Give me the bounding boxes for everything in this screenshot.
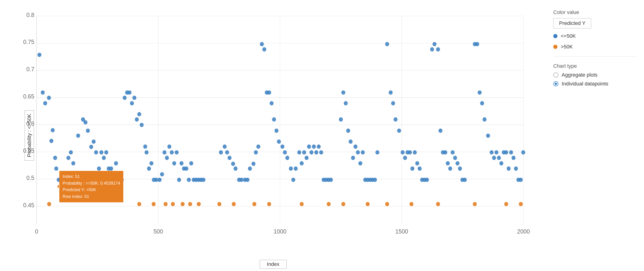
- svg-point-108: [270, 101, 274, 105]
- svg-point-76: [170, 150, 174, 154]
- svg-point-211: [327, 202, 330, 206]
- svg-point-77: [172, 161, 176, 165]
- svg-point-167: [438, 129, 442, 133]
- svg-point-216: [436, 202, 440, 206]
- svg-point-213: [366, 202, 370, 206]
- svg-point-38: [66, 156, 70, 160]
- chart-type-individual[interactable]: Individual datapoints: [553, 81, 637, 87]
- chart-type-title: Chart type: [553, 63, 637, 69]
- svg-point-115: [289, 166, 293, 171]
- svg-text:0.5: 0.5: [26, 174, 34, 181]
- svg-point-212: [341, 202, 345, 206]
- svg-point-169: [444, 150, 448, 154]
- svg-point-199: [137, 202, 141, 206]
- svg-point-146: [373, 178, 377, 182]
- svg-point-170: [446, 161, 450, 165]
- svg-point-136: [348, 139, 352, 144]
- x-axis-label: Index: [260, 260, 287, 269]
- legend-divider: [553, 56, 637, 57]
- svg-point-118: [297, 150, 301, 154]
- svg-point-190: [504, 150, 508, 154]
- svg-point-79: [177, 178, 181, 182]
- svg-point-48: [97, 166, 101, 171]
- svg-point-104: [260, 42, 264, 46]
- svg-point-90: [219, 150, 223, 154]
- svg-point-56: [120, 178, 124, 182]
- svg-point-43: [84, 120, 88, 124]
- svg-point-57: [122, 96, 126, 100]
- svg-point-172: [451, 150, 454, 154]
- chart-type-individual-label: Individual datapoints: [562, 81, 608, 87]
- svg-point-89: [202, 178, 206, 182]
- svg-point-200: [152, 202, 156, 206]
- svg-point-177: [463, 178, 467, 182]
- legend-label-leq50k: <=50K: [561, 33, 576, 39]
- svg-point-54: [112, 178, 116, 182]
- svg-point-72: [160, 172, 164, 176]
- svg-point-109: [272, 117, 276, 122]
- svg-point-127: [319, 150, 323, 154]
- svg-point-102: [254, 150, 258, 154]
- svg-point-29: [47, 96, 51, 100]
- svg-point-186: [494, 150, 498, 154]
- svg-text:0.6: 0.6: [26, 120, 34, 127]
- svg-text:0.45: 0.45: [23, 202, 34, 208]
- svg-point-112: [280, 145, 284, 149]
- svg-point-173: [453, 156, 457, 160]
- svg-point-179: [475, 42, 479, 46]
- color-value-box[interactable]: Predicted Y: [553, 18, 591, 29]
- chart-area: Probability : <=50K 0.8 0.75 0.7 0.65 0.: [0, 0, 546, 271]
- svg-point-188: [499, 161, 503, 165]
- svg-point-135: [346, 129, 350, 133]
- svg-point-66: [144, 150, 148, 154]
- svg-point-157: [410, 166, 414, 171]
- svg-point-208: [252, 202, 256, 206]
- svg-point-105: [262, 47, 266, 52]
- svg-point-198: [47, 202, 51, 206]
- svg-point-62: [135, 117, 139, 122]
- svg-point-215: [410, 202, 414, 206]
- svg-point-31: [51, 128, 55, 132]
- svg-point-191: [507, 166, 511, 171]
- svg-point-45: [89, 145, 93, 149]
- svg-point-114: [285, 156, 289, 160]
- svg-point-149: [389, 90, 393, 95]
- svg-point-158: [413, 150, 417, 154]
- svg-text:0.75: 0.75: [23, 39, 34, 45]
- svg-point-101: [252, 162, 256, 166]
- svg-point-123: [310, 150, 314, 154]
- svg-point-63: [137, 112, 141, 116]
- svg-point-30: [49, 139, 53, 143]
- svg-point-41: [76, 134, 80, 138]
- svg-point-185: [492, 156, 496, 160]
- svg-text:0.55: 0.55: [23, 147, 34, 154]
- svg-point-203: [180, 202, 184, 206]
- chart-type-aggregate[interactable]: Aggregate plots: [553, 72, 637, 78]
- svg-point-133: [341, 90, 345, 95]
- svg-point-126: [317, 145, 320, 149]
- svg-point-27: [41, 90, 45, 95]
- svg-point-73: [162, 150, 166, 154]
- radio-filled-icon: [553, 81, 558, 86]
- svg-point-180: [478, 90, 482, 95]
- svg-point-32: [53, 156, 57, 160]
- svg-text:0.65: 0.65: [23, 93, 34, 100]
- svg-point-163: [425, 178, 429, 182]
- legend-item-gt50k: >50K: [553, 44, 637, 50]
- blue-dot-icon: [553, 34, 558, 38]
- svg-point-187: [497, 156, 501, 160]
- legend-sidebar: Color value Predicted Y <=50K >50K Chart…: [546, 0, 644, 271]
- svg-point-95: [234, 166, 238, 171]
- svg-point-182: [482, 117, 486, 122]
- svg-point-64: [140, 123, 144, 127]
- svg-point-194: [514, 166, 518, 171]
- svg-point-74: [165, 156, 169, 160]
- svg-point-125: [314, 150, 318, 154]
- legend-label-gt50k: >50K: [561, 44, 573, 50]
- svg-point-140: [358, 161, 362, 165]
- svg-point-97: [240, 178, 243, 182]
- svg-point-137: [351, 156, 355, 160]
- svg-point-122: [307, 145, 311, 149]
- svg-point-131: [329, 178, 333, 182]
- svg-point-80: [180, 161, 184, 165]
